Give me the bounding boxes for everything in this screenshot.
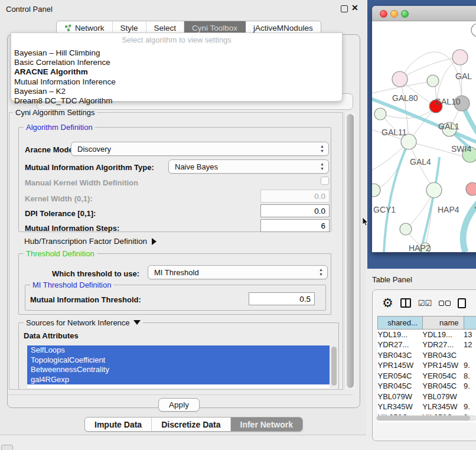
table-row[interactable]: YLR345WYLR345W9. bbox=[378, 402, 476, 412]
window-close-icon[interactable] bbox=[380, 10, 387, 18]
network-node[interactable] bbox=[392, 71, 407, 87]
network-node[interactable] bbox=[400, 223, 412, 235]
window-minimize-icon[interactable] bbox=[390, 10, 398, 18]
attribute-list-item[interactable]: BetweennessCentrality bbox=[27, 365, 330, 375]
attribute-list-item[interactable]: TopologicalCoefficient bbox=[27, 356, 330, 366]
stepper-icon: ▲▼ bbox=[320, 162, 324, 171]
dropdown-item[interactable]: ARACNE Algorithm bbox=[11, 67, 342, 77]
network-node[interactable] bbox=[426, 182, 442, 198]
table-horizontal-scrollbar[interactable] bbox=[376, 415, 476, 421]
dropdown-item[interactable]: Bayesian – Hill Climbing bbox=[11, 48, 342, 58]
dropdown-item[interactable]: Dream8 DC_TDC Algorithm bbox=[11, 96, 342, 106]
table-cell[interactable]: YER054C bbox=[422, 371, 464, 381]
tab-discretize-data[interactable]: Discretize Data bbox=[152, 418, 230, 431]
gear-icon[interactable]: ⚙ bbox=[382, 296, 393, 310]
table-cell[interactable]: 8. bbox=[464, 371, 476, 381]
network-node-label: GAL1 bbox=[438, 122, 459, 131]
attribute-list-item[interactable]: SelfLoops bbox=[27, 345, 330, 356]
table-cell[interactable]: 12 bbox=[464, 340, 476, 350]
table-cell[interactable]: YER054C bbox=[378, 371, 423, 381]
table-row[interactable]: YER054CYER054C8. bbox=[378, 371, 476, 381]
table-cell[interactable]: 9. bbox=[464, 402, 476, 412]
data-attributes-list[interactable]: SelfLoopsTopologicalCoefficientBetweenne… bbox=[27, 345, 330, 388]
checked-columns-icon[interactable]: ☑☑ bbox=[418, 299, 432, 308]
attributes-scrollbar[interactable] bbox=[331, 347, 337, 386]
table-row[interactable]: YBR045CYBR045C9. bbox=[378, 381, 476, 392]
table-cell[interactable]: YDL19... bbox=[378, 330, 423, 340]
panel-title: Control Panel bbox=[6, 5, 53, 14]
divider bbox=[8, 394, 353, 395]
table-cell[interactable]: 9. bbox=[464, 360, 476, 371]
network-node[interactable] bbox=[374, 108, 386, 120]
threshold-definition-group: Threshold Definition Which threshold to … bbox=[18, 253, 331, 315]
column-header-third[interactable] bbox=[464, 317, 476, 330]
expand-right-icon bbox=[152, 238, 157, 245]
dpi-tolerance-field[interactable]: 0.0 bbox=[260, 204, 330, 217]
settings-scrollbar-thumb[interactable] bbox=[347, 114, 354, 388]
attribute-list-item[interactable]: gal4RGexp bbox=[27, 375, 330, 385]
network-window-titlebar[interactable] bbox=[372, 6, 476, 21]
close-icon[interactable]: ✕ bbox=[351, 3, 358, 12]
node-table[interactable]: shared... name YDL19...YDL19...13YDR27..… bbox=[377, 316, 476, 422]
columns-icon[interactable] bbox=[400, 298, 411, 308]
table-cell[interactable]: YBL079W bbox=[422, 392, 464, 402]
sources-title-wrap[interactable]: Sources for Network Inference bbox=[24, 318, 143, 327]
table-cell[interactable]: YBR043C bbox=[378, 350, 423, 361]
threshold-definition-title: Threshold Definition bbox=[24, 249, 97, 258]
tab-impute-data[interactable]: Impute Data bbox=[85, 418, 152, 431]
table-cell[interactable]: 9. bbox=[464, 381, 476, 392]
network-node[interactable] bbox=[427, 75, 439, 87]
network-node[interactable] bbox=[372, 184, 380, 197]
collapsed-panel-button[interactable] bbox=[1, 445, 13, 450]
network-view-window[interactable]: GALGAL80GAL10GAL1GAL11SWI4GAL4GCY1HAP4YH… bbox=[372, 6, 476, 252]
table-cell[interactable]: YLR345W bbox=[378, 402, 423, 412]
table-cell[interactable]: YBR045C bbox=[378, 381, 423, 392]
float-panel-icon[interactable] bbox=[341, 5, 348, 12]
network-node[interactable] bbox=[471, 24, 476, 37]
table-cell[interactable]: YDL19... bbox=[422, 330, 464, 340]
tab-network-label: Network bbox=[75, 24, 105, 32]
table-cell[interactable] bbox=[464, 392, 476, 402]
table-cell[interactable]: YBR043C bbox=[422, 350, 464, 361]
table-cell[interactable]: YDR27... bbox=[422, 340, 464, 350]
table-cell[interactable]: YPR145W bbox=[378, 360, 423, 371]
network-canvas[interactable]: GALGAL80GAL10GAL1GAL11SWI4GAL4GCY1HAP4YH… bbox=[372, 21, 476, 252]
aracne-mode-combobox[interactable]: Discovery ▲▼ bbox=[71, 142, 329, 156]
apply-button[interactable]: Apply bbox=[158, 398, 200, 412]
dropdown-item[interactable]: Basic Correlation Inference bbox=[11, 58, 342, 67]
export-table-icon[interactable] bbox=[458, 298, 466, 308]
dropdown-item[interactable]: Bayesian – K2 bbox=[11, 87, 342, 96]
which-threshold-combobox[interactable]: MI Threshold ▲▼ bbox=[148, 265, 328, 279]
table-row[interactable]: YBL079WYBL079W bbox=[378, 392, 476, 402]
mi-steps-field[interactable]: 6 bbox=[260, 219, 330, 232]
table-cell[interactable] bbox=[464, 350, 476, 361]
network-node[interactable] bbox=[466, 182, 476, 195]
table-cell[interactable]: YPR145W bbox=[422, 360, 464, 371]
table-cell[interactable]: YDR27... bbox=[378, 340, 423, 350]
mi-type-combobox[interactable]: Naive Bayes ▲▼ bbox=[168, 159, 329, 174]
hub-tf-label: Hub/Transcription Factor Definition bbox=[24, 237, 147, 246]
table-cell[interactable]: YBR045C bbox=[422, 381, 464, 392]
table-row[interactable]: YDR27...YDR27...12 bbox=[378, 340, 476, 350]
settings-scrollbar-track[interactable] bbox=[344, 113, 355, 389]
tab-infer-network[interactable]: Infer Network bbox=[231, 418, 302, 431]
tab-impute-data-label: Impute Data bbox=[94, 420, 142, 429]
table-cell[interactable]: YLR345W bbox=[422, 402, 464, 412]
network-node[interactable] bbox=[452, 50, 468, 65]
table-row[interactable]: YDL19...YDL19...13 bbox=[378, 330, 476, 340]
table-scrollbar-thumb[interactable] bbox=[377, 416, 470, 420]
window-zoom-icon[interactable] bbox=[401, 10, 409, 18]
dropdown-item[interactable]: Mutual Information Inference bbox=[11, 77, 342, 87]
table-cell[interactable]: YBL079W bbox=[378, 392, 423, 402]
column-header-shared[interactable]: shared... bbox=[378, 317, 423, 330]
collapse-down-icon bbox=[133, 320, 141, 325]
column-header-name[interactable]: name bbox=[422, 317, 464, 330]
unchecked-columns-icon[interactable] bbox=[439, 301, 451, 306]
hub-tf-expander[interactable]: Hub/Transcription Factor Definition bbox=[24, 237, 157, 246]
table-row[interactable]: YPR145WYPR145W9. bbox=[378, 360, 476, 371]
mi-steps-label: Mutual Information Steps: bbox=[25, 224, 119, 233]
table-row[interactable]: YBR043CYBR043C bbox=[378, 350, 476, 361]
table-cell[interactable]: 13 bbox=[464, 330, 476, 340]
manual-kernel-checkbox[interactable] bbox=[321, 177, 329, 185]
mi-threshold-field[interactable]: 0.5 bbox=[249, 292, 315, 305]
